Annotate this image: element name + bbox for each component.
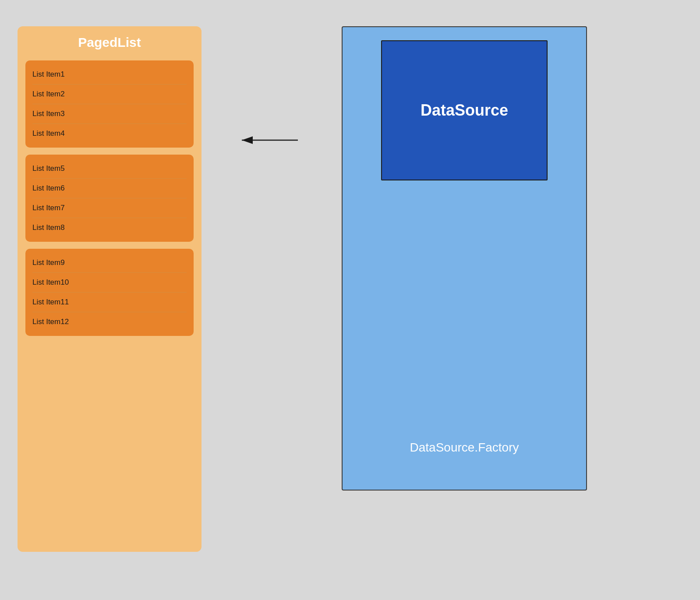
list-item: List Item2 [32, 85, 187, 104]
list-item: List Item1 [32, 65, 187, 85]
list-item: List Item6 [32, 179, 187, 198]
list-item: List Item8 [32, 218, 187, 237]
page-group-1: List Item1 List Item2 List Item3 List It… [25, 60, 194, 148]
paged-list-outer: PagedList List Item1 List Item2 List Ite… [18, 26, 202, 552]
arrow-svg [237, 26, 307, 508]
list-item: List Item5 [32, 159, 187, 179]
datasource-inner: DataSource [381, 40, 548, 180]
datasource-title: DataSource [421, 101, 508, 120]
list-item: List Item7 [32, 198, 187, 218]
page-group-3: List Item9 List Item10 List Item11 List … [25, 249, 194, 336]
datasource-outer: DataSource DataSource.Factory [342, 26, 587, 491]
list-item: List Item9 [32, 253, 187, 273]
list-item: List Item3 [32, 104, 187, 124]
list-item: List Item11 [32, 293, 187, 312]
diagram-container: PagedList List Item1 List Item2 List Ite… [0, 0, 700, 600]
list-item: List Item10 [32, 273, 187, 293]
list-item: List Item12 [32, 312, 187, 332]
page-group-2: List Item5 List Item6 List Item7 List It… [25, 155, 194, 242]
paged-list-title: PagedList [25, 35, 194, 50]
datasource-factory-label: DataSource.Factory [343, 441, 586, 455]
list-item: List Item4 [32, 124, 187, 143]
